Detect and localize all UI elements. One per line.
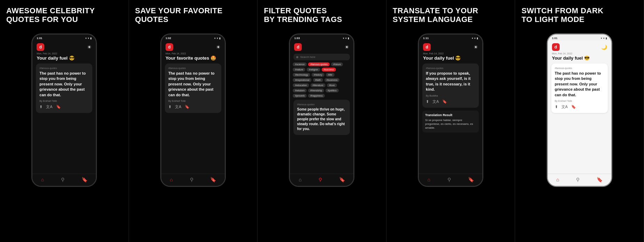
phone-1: 1:01 ▾ ▾ ▮ d ☀ Mon, Feb 14, 2022 Your da… xyxy=(31,33,97,187)
quote-actions-4: ⬆ 文A 🔖 xyxy=(426,99,475,104)
tag-future[interactable]: #future xyxy=(331,62,343,66)
translate-icon-4[interactable]: 文A xyxy=(432,99,439,104)
translate-icon-2[interactable]: 文A xyxy=(175,104,181,109)
share-icon-2[interactable]: ⬆ xyxy=(168,105,171,109)
tag-politics[interactable]: #politics xyxy=(325,89,338,92)
heading-2: Your favorite quotes 🤩 xyxy=(161,55,225,63)
tag-faith[interactable]: #faith xyxy=(313,78,323,82)
theme-toggle-1[interactable]: ☀ xyxy=(87,44,92,50)
tag-inspirational[interactable]: #inspirational xyxy=(293,78,311,82)
quote-text-4: If you propose to speak, always ask your… xyxy=(426,71,475,92)
tag-love[interactable]: #love xyxy=(327,83,337,87)
quote-card-1: #famous-quotes The past has no power to … xyxy=(36,63,92,113)
tag-proverb[interactable]: #proverb xyxy=(293,94,307,98)
app-header-5: d 🌙 xyxy=(548,40,611,52)
status-icons-1: ▾ ▾ ▮ xyxy=(85,37,92,40)
status-bar-4: 1:11 ▾ ▾ ▮ xyxy=(419,35,482,40)
heading-4: Your daily fuel 😎 xyxy=(419,55,482,63)
quote-tag-5: #famous-quotes xyxy=(555,67,604,69)
bookmark-icon-1[interactable]: 🔖 xyxy=(56,105,61,109)
panel2-title: SAVE YOUR FAVORITEQUOTES xyxy=(135,6,251,30)
share-icon-1[interactable]: ⬆ xyxy=(39,105,43,109)
home-nav-4[interactable]: ⌂ xyxy=(428,177,430,182)
quote-text-5: The past has no power to stop you from b… xyxy=(555,71,604,98)
share-icon-5[interactable]: ⬆ xyxy=(555,105,558,109)
tag-education[interactable]: #education xyxy=(293,83,309,87)
translation-title-4: Translation Result xyxy=(425,113,476,117)
signal-icon-3: ▾ xyxy=(345,37,347,40)
panel-favorite-quotes: SAVE YOUR FAVORITEQUOTES 1:02 ▾ ▾ ▮ d ☀ … xyxy=(129,0,258,242)
search-bar-3[interactable]: Search here xyxy=(293,54,350,60)
phone-body-1: d ☀ Mon, Feb 14, 2022 Your daily fuel 😎 … xyxy=(32,40,96,186)
tag-famous[interactable]: #famous-quotes xyxy=(308,62,330,66)
search-nav-3[interactable]: ⚲ xyxy=(319,177,322,182)
status-icons-3: ▾ ▾ ▮ xyxy=(343,37,349,40)
wifi-icon-5: ▾ xyxy=(601,37,602,40)
home-nav-1[interactable]: ⌂ xyxy=(41,177,44,182)
battery-icon-5: ▮ xyxy=(606,37,607,40)
share-icon-4[interactable]: ⬆ xyxy=(426,99,429,104)
panel3-title: FILTER QUOTESBY TRENDING TAGS xyxy=(264,6,380,30)
tag-nature[interactable]: #nature xyxy=(293,68,305,71)
saved-nav-1[interactable]: 🔖 xyxy=(82,177,87,182)
status-icons-2: ▾ ▾ ▮ xyxy=(214,37,221,40)
search-nav-1[interactable]: ⚲ xyxy=(61,177,64,182)
bookmark-icon-2[interactable]: 🔖 xyxy=(185,105,190,109)
saved-nav-2[interactable]: 🔖 xyxy=(210,177,216,182)
battery-icon-2: ▮ xyxy=(219,37,221,40)
phone-body-5: d 🌙 Mon, Feb 14, 2022 Your daily fuel 😎 … xyxy=(548,40,611,186)
bookmark-icon-4[interactable]: 🔖 xyxy=(442,99,447,104)
saved-nav-4[interactable]: 🔖 xyxy=(468,177,474,182)
signal-icon: ▾ xyxy=(88,37,89,40)
saved-nav-5[interactable]: 🔖 xyxy=(597,177,603,182)
tag-science[interactable]: #science xyxy=(293,62,307,66)
bottom-nav-5: ⌂ ⚲ 🔖 xyxy=(548,174,611,186)
tag-friendship[interactable]: #friendship xyxy=(308,89,324,92)
signal-icon-4: ▾ xyxy=(474,37,476,40)
signal-icon-5: ▾ xyxy=(603,37,605,40)
quote-tag-3: #famous-quotes xyxy=(297,103,346,106)
search-nav-2[interactable]: ⚲ xyxy=(190,177,193,182)
tag-religion[interactable]: #religion xyxy=(307,68,320,71)
tag-history[interactable]: #history xyxy=(312,73,324,77)
quote-text-2: The past has no power to stop you from b… xyxy=(168,71,218,98)
tag-success[interactable]: #success xyxy=(322,68,336,71)
time-3: 1:03 xyxy=(294,37,300,40)
tag-life[interactable]: #life xyxy=(326,73,335,77)
time-5: 1:01 xyxy=(552,37,558,40)
search-nav-5[interactable]: ⚲ xyxy=(576,177,580,182)
theme-toggle-4[interactable]: ☀ xyxy=(474,44,478,50)
date-4: Mon, Feb 14, 2022 xyxy=(419,52,482,55)
theme-toggle-5[interactable]: 🌙 xyxy=(601,44,607,50)
phone-body-4: d ☀ Mon, Feb 14, 2022 Your daily fuel 😎 … xyxy=(419,40,482,186)
home-nav-5[interactable]: ⌂ xyxy=(556,177,559,182)
phone-body-2: d ☀ Mon, Feb 14, 2022 Your favorite quot… xyxy=(161,40,225,186)
saved-nav-3[interactable]: 🔖 xyxy=(339,177,345,182)
theme-toggle-2[interactable]: ☀ xyxy=(216,44,221,50)
search-placeholder: Search here xyxy=(300,55,315,59)
tag-technology[interactable]: #technology xyxy=(293,73,310,77)
tag-literature[interactable]: #literature xyxy=(310,83,325,87)
theme-toggle-3[interactable]: ☀ xyxy=(345,44,349,50)
home-nav-2[interactable]: ⌂ xyxy=(170,177,172,182)
tag-happiness[interactable]: #happiness xyxy=(308,94,325,98)
date-2: Mon, Feb 14, 2022 xyxy=(161,52,225,55)
home-nav-3[interactable]: ⌂ xyxy=(299,177,301,182)
search-nav-4[interactable]: ⚲ xyxy=(447,177,451,182)
tag-wisdom[interactable]: #wisdom xyxy=(293,89,307,92)
status-bar-5: 1:01 ▾ ▾ ▮ xyxy=(548,35,611,40)
quote-tag-1: #famous-quotes xyxy=(39,67,89,69)
phone-4: 1:11 ▾ ▾ ▮ d ☀ Mon, Feb 14, 2022 Your da… xyxy=(418,33,483,187)
quote-card-3: #famous-quotes Some people thrive on hug… xyxy=(293,100,350,135)
app-logo-3: d xyxy=(294,43,302,51)
tag-business[interactable]: #business xyxy=(324,78,340,82)
time-2: 1:02 xyxy=(166,37,171,40)
app-logo-2: d xyxy=(166,43,173,51)
panel-celebrity-quotes: AWESOME CELEBRITYQUOTES FOR YOU 1:01 ▾ ▾… xyxy=(0,0,129,242)
quote-tag-2: #famous-quotes xyxy=(168,67,218,69)
translate-icon-5[interactable]: 文A xyxy=(561,104,568,109)
panel1-title: AWESOME CELEBRITYQUOTES FOR YOU xyxy=(6,6,122,30)
translate-icon-1[interactable]: 文A xyxy=(46,104,52,109)
bookmark-icon-5[interactable]: 🔖 xyxy=(571,105,576,109)
panel5-title: SWITCH FROM DARKTO LIGHT MODE xyxy=(521,6,637,30)
